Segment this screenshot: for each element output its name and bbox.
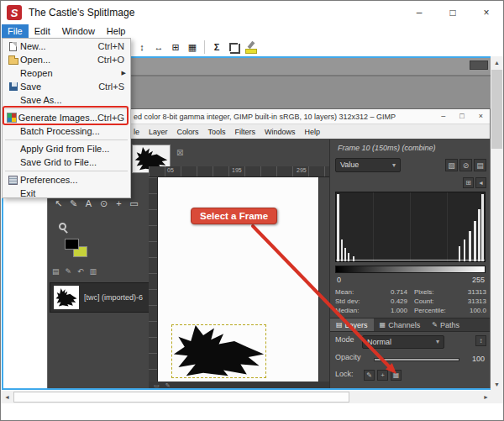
frame-header: Frame 10 (150ms) (combine) <box>338 144 436 152</box>
stat-label: Median: <box>335 307 359 316</box>
menu-edit[interactable]: Edit <box>29 24 56 38</box>
opacity-label: Opacity <box>335 353 361 361</box>
histogram-linear-icon: ▤ <box>474 159 486 171</box>
maximize-button[interactable]: □ <box>436 1 470 24</box>
horizontal-ruler: 05 195 295 <box>149 166 329 177</box>
histogram-gradient-bar <box>335 266 486 273</box>
marker-color-button[interactable] <box>243 39 258 55</box>
scroll-down-arrow[interactable]: ▼ <box>491 378 503 391</box>
horizontal-scroll-thumb[interactable] <box>13 392 349 403</box>
vertical-scroll-thumb[interactable] <box>491 70 502 149</box>
file-menu-item-save-grid[interactable]: Save Grid to File... <box>3 155 130 169</box>
scroll-left-arrow[interactable]: ◄ <box>1 391 13 403</box>
footer-icon-4: ▥ <box>90 267 97 276</box>
close-button[interactable]: × <box>470 1 503 24</box>
grid-icon: ▦ <box>188 42 197 53</box>
histogram-bars <box>336 192 485 261</box>
ruler-mark: 295 <box>297 167 307 173</box>
menu-window[interactable]: Window <box>56 24 101 38</box>
menu-shortcut: Ctrl+N <box>98 41 124 51</box>
menu-shortcut: Ctrl+O <box>97 55 124 65</box>
layers-icon: ▤ <box>336 321 343 329</box>
split-rows-button[interactable]: ↕ <box>134 39 150 55</box>
mode-switch-icon: ↕ <box>475 335 486 346</box>
histogram-range: 0 255 <box>337 276 485 285</box>
insert-line-button[interactable]: ⊞ <box>168 39 183 55</box>
channels-icon: ▦ <box>380 321 386 329</box>
scroll-right-arrow[interactable]: ► <box>480 391 492 403</box>
submenu-arrow-icon: ▶ <box>122 70 126 76</box>
crop-button[interactable] <box>226 39 241 55</box>
range-max: 255 <box>472 276 485 284</box>
vertical-scrollbar[interactable]: ▲ ▼ <box>491 56 503 391</box>
histogram-buttons: ▧ ⊘ ▤ <box>445 159 486 171</box>
split-columns-button[interactable]: ↔ <box>151 39 166 55</box>
opacity-slider <box>374 358 459 361</box>
gimp-color-swatches <box>65 239 98 267</box>
dock-collapse-icon: ◂ <box>475 177 486 188</box>
ruler-mark: 05 <box>167 167 174 173</box>
lock-alpha-icon: ▦ <box>391 370 402 381</box>
layer-thumbnail <box>54 286 79 309</box>
gimp-title: ed color 8-bit gamma integer, GIMP built… <box>134 113 396 121</box>
scrollbar-corner <box>492 391 504 403</box>
file-menu-item-apply-grid[interactable]: Apply Grid from File... <box>3 142 130 155</box>
paths-icon: ✎ <box>432 321 438 329</box>
gimp-menu-item: Tools <box>208 128 226 136</box>
histogram-style-icon: ▧ <box>445 159 458 171</box>
split-rows-icon: ↕ <box>139 42 144 52</box>
stat-value: 0.429 <box>391 297 407 307</box>
sum-button[interactable]: Σ <box>209 39 224 55</box>
stat-value: 1.000 <box>391 307 407 316</box>
file-menu-item-reopen[interactable]: Reopen ▶ <box>3 66 130 80</box>
chevron-down-icon: ▾ <box>436 336 439 348</box>
gimp-histogram-dock: Frame 10 (150ms) (combine) Value ▾ ▧ ⊘ ▤… <box>329 139 490 388</box>
horizontal-scrollbar[interactable]: ◄ ► <box>1 391 492 403</box>
gimp-menu-item: Layer <box>149 128 168 136</box>
gimp-close-box-icon: ⊠ <box>176 148 183 157</box>
menu-item-label: Open... <box>20 55 97 65</box>
channel-value: Value <box>340 161 359 169</box>
gimp-window-controls: – □ × <box>441 112 483 120</box>
screenshot-fragment-box <box>470 61 488 70</box>
scroll-up-arrow[interactable]: ▲ <box>491 56 503 69</box>
file-menu-item-new[interactable]: New... Ctrl+N <box>3 39 130 53</box>
footer-icon-2: ✎ <box>66 267 72 276</box>
lock-label: Lock: <box>335 370 354 378</box>
histogram-log-icon: ⊘ <box>459 159 472 171</box>
menu-item-label: Preferences... <box>20 175 130 185</box>
tab-label: Paths <box>440 321 459 329</box>
app-logo-icon: S <box>7 5 22 20</box>
open-folder-icon <box>8 58 18 65</box>
foreground-color-swatch <box>65 239 79 250</box>
preferences-icon <box>8 176 18 185</box>
lock-pixels-icon: ✎ <box>364 370 375 381</box>
menu-separator <box>5 139 128 140</box>
dock-menu-icon: ⊞ <box>463 177 474 188</box>
gimp-menu-item: le <box>134 128 139 136</box>
file-menu-item-batch-processing[interactable]: Batch Processing... <box>3 124 130 138</box>
file-menu-item-save-as[interactable]: Save As... <box>3 93 130 107</box>
file-menu-item-preferences[interactable]: Preferences... <box>3 173 130 187</box>
gimp-close-icon: × <box>479 112 483 120</box>
gimp-menu-item: Colors <box>177 128 199 136</box>
stat-label: Mean: <box>335 288 354 297</box>
gimp-maximize-icon: □ <box>459 112 464 120</box>
layer-mode-row: Mode Normal ▾ ↕ <box>335 335 486 350</box>
histogram-stats: Mean:0.714 Std dev:0.429 Median:1.000 Pi… <box>335 288 486 317</box>
logo-letter: S <box>11 7 18 19</box>
file-menu-item-exit[interactable]: Exit <box>3 187 130 200</box>
annotation-highlight-box <box>3 106 129 125</box>
gimp-menu-item: Windows <box>265 128 296 136</box>
grid-button[interactable]: ▦ <box>185 39 200 55</box>
menu-help[interactable]: Help <box>101 24 132 38</box>
stat-label: Pixels: <box>414 288 434 297</box>
minimize-button[interactable]: – <box>402 1 436 24</box>
new-document-icon <box>9 42 17 51</box>
range-min: 0 <box>337 276 341 284</box>
stat-label: Percentile: <box>414 307 446 316</box>
file-menu-item-save[interactable]: Save Ctrl+S <box>3 80 130 93</box>
file-menu-item-open[interactable]: Open... Ctrl+O <box>3 53 130 66</box>
menu-file[interactable]: File <box>2 24 29 38</box>
gimp-menu-item: Filters <box>235 128 256 136</box>
